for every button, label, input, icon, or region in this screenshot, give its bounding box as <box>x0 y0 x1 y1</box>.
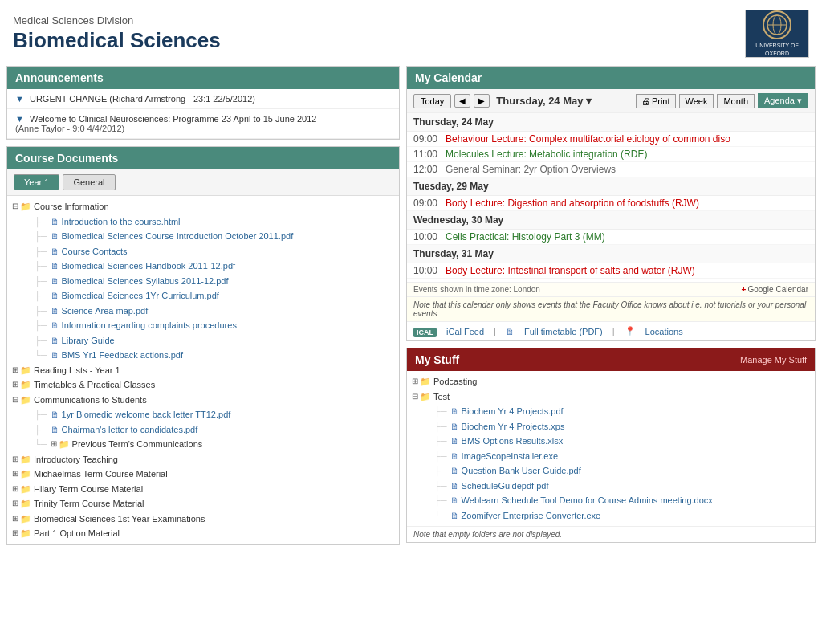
folder-icon: 📁 <box>20 393 31 407</box>
expand-icon: ⊞ <box>12 467 18 479</box>
doc-icon: 🗎 <box>51 319 59 332</box>
list-item[interactable]: ├─ 🗎 Information regarding complaints pr… <box>12 318 394 333</box>
today-button[interactable]: Today <box>413 94 451 108</box>
doc-icon: 🗎 <box>51 423 59 437</box>
next-button[interactable]: ▶ <box>474 94 490 108</box>
tree-node-label: Reading Lists - Year 1 <box>34 364 120 377</box>
tree-node-label: Science Area map.pdf <box>62 304 149 318</box>
list-item[interactable]: ⊟ 📁 Communications to Students <box>12 393 394 408</box>
list-item[interactable]: ▼ Welcome to Clinical Neurosciences: Pro… <box>7 109 399 139</box>
prev-button[interactable]: ◀ <box>454 94 470 108</box>
tree-node-label: Biomedical Sciences 1st Year Examination… <box>34 512 205 526</box>
list-item[interactable]: ├─ 🗎 Biochem Yr 4 Projects.xps <box>412 419 810 434</box>
list-item[interactable]: └─ 🗎 Zoomifyer Enterprise Converter.exe <box>412 508 810 524</box>
tree-node-label: Question Bank User Guide.pdf <box>462 464 581 478</box>
list-item[interactable]: ⊟ 📁 Test <box>412 389 810 405</box>
list-item[interactable]: ├─ 🗎 Question Bank User Guide.pdf <box>412 463 810 479</box>
folder-icon: 📁 <box>20 364 31 377</box>
expand-icon: ⊞ <box>12 512 18 524</box>
list-item[interactable]: ⊞ 📁 Michaelmas Term Course Material <box>12 467 394 482</box>
folder-icon: 📁 <box>59 438 70 451</box>
header-logo-area: UNIVERSITY OF OXFORD <box>745 10 809 58</box>
list-item[interactable]: ├─ 🗎 Chairman's letter to candidates.pdf <box>12 422 394 438</box>
locations-link[interactable]: Locations <box>645 327 683 336</box>
calendar-event[interactable]: 10:00 Body Lecture: Intestinal transport… <box>407 263 815 279</box>
tree-node-label: Introductory Teaching <box>34 453 118 467</box>
expand-icon: ⊟ <box>12 393 18 406</box>
calendar-event[interactable]: 12:00 General Seminar: 2yr Option Overvi… <box>407 162 815 177</box>
list-item[interactable]: ⊞ 📁 Hilary Term Course Material <box>12 482 394 497</box>
list-item[interactable]: ├─ 🗎 ImageScopeInstaller.exe <box>412 449 810 464</box>
tree-node-label: Timetables & Practical Classes <box>34 378 155 392</box>
event-title: Body Lecture: Intestinal transport of sa… <box>446 265 695 276</box>
event-time: 10:00 <box>413 265 446 276</box>
day-header: Thursday, 31 May <box>407 245 815 263</box>
list-item[interactable]: └─ ⊞ 📁 Previous Term's Communications <box>12 437 394 452</box>
list-item[interactable]: ├─ 🗎 Course Contacts <box>12 244 394 259</box>
list-item[interactable]: ⊞ 📁 Introductory Teaching <box>12 452 394 467</box>
course-tree: ⊟ 📁 Course Information ├─ 🗎 Introduction… <box>7 196 399 544</box>
list-item[interactable]: ⊞ 📁 Podcasting <box>412 374 810 389</box>
event-time: 09:00 <box>413 198 446 209</box>
doc-icon: 🗎 <box>51 215 59 229</box>
branch-line: ├─ <box>35 334 47 348</box>
list-item[interactable]: ├─ 🗎 Library Guide <box>12 333 394 348</box>
calendar-event[interactable]: 10:00 Cells Practical: Histology Part 3 … <box>407 230 815 245</box>
list-item[interactable]: ⊞ 📁 Timetables & Practical Classes <box>12 377 394 393</box>
folder-icon: 📁 <box>20 512 31 526</box>
branch-line: └─ <box>35 438 47 451</box>
doc-icon: 🗎 <box>450 434 459 448</box>
calendar-event[interactable]: 09:00 Behaviour Lecture: Complex multifa… <box>407 132 815 147</box>
event-time: 10:00 <box>413 231 446 243</box>
event-time: 09:00 <box>413 133 446 145</box>
month-view-button[interactable]: Month <box>717 94 755 108</box>
tab-year1[interactable]: Year 1 <box>14 174 59 190</box>
folder-icon: 📁 <box>20 200 31 214</box>
list-item[interactable]: ├─ 🗎 Biomedical Sciences Handbook 2011-1… <box>12 259 394 274</box>
tree-node-label: Biochem Yr 4 Projects.pdf <box>462 405 564 418</box>
doc-icon: 🗎 <box>450 479 459 493</box>
list-item[interactable]: ⊟ 📁 Course Information <box>12 199 394 214</box>
list-item[interactable]: ⊞ 📁 Reading Lists - Year 1 <box>12 363 394 378</box>
list-item[interactable]: ⊞ 📁 Trinity Term Course Material <box>12 496 394 512</box>
event-title: General Seminar: 2yr Option Overviews <box>446 164 616 175</box>
list-item[interactable]: ├─ 🗎 Biomedical Sciences Course Introduc… <box>12 229 394 244</box>
calendar-event[interactable]: 09:00 Body Lecture: Digestion and absorp… <box>407 196 815 211</box>
tree-node-label: Trinity Term Course Material <box>34 497 144 511</box>
main-content: Announcements ▼ URGENT CHANGE (Richard A… <box>0 66 822 552</box>
ical-feed-link[interactable]: iCal Feed <box>446 327 484 336</box>
doc-icon: 🗎 <box>51 348 59 362</box>
list-item[interactable]: ├─ 🗎 Science Area map.pdf <box>12 304 394 319</box>
list-item[interactable]: ├─ 🗎 Biomedical Sciences Syllabus 2011-1… <box>12 274 394 289</box>
list-item[interactable]: ⊞ 📁 Part 1 Option Material <box>12 526 394 541</box>
event-title: Body Lecture: Digestion and absorption o… <box>446 198 699 209</box>
list-item[interactable]: ⊞ 📁 Biomedical Sciences 1st Year Examina… <box>12 512 394 527</box>
list-item[interactable]: ├─ 🗎 Weblearn Schedule Tool Demo for Cou… <box>412 493 810 508</box>
left-column: Announcements ▼ URGENT CHANGE (Richard A… <box>6 66 400 545</box>
logo-text: UNIVERSITY OF OXFORD <box>755 42 799 56</box>
week-view-button[interactable]: Week <box>679 94 714 108</box>
agenda-view-button[interactable]: Agenda ▾ <box>758 93 808 108</box>
branch-line: ├─ <box>434 494 447 507</box>
manage-mystuff-link[interactable]: Manage My Stuff <box>740 355 807 365</box>
list-item[interactable]: ├─ 🗎 1yr Biomedic welcome back letter TT… <box>12 407 394 422</box>
oxford-logo: UNIVERSITY OF OXFORD <box>745 10 809 58</box>
list-item[interactable]: ├─ 🗎 Introduction to the course.html <box>12 214 394 230</box>
full-timetable-link[interactable]: Full timetable (PDF) <box>524 327 603 336</box>
list-item[interactable]: ├─ 🗎 Biomedical Sciences 1Yr Curriculum.… <box>12 288 394 304</box>
print-button[interactable]: 🖨 Print <box>636 94 676 108</box>
event-title: Behaviour Lecture: Complex multifactoria… <box>446 133 730 145</box>
list-item[interactable]: ├─ 🗎 BMS Options Results.xlsx <box>412 434 810 449</box>
branch-line: ├─ <box>434 434 447 448</box>
doc-icon: 🗎 <box>51 408 59 422</box>
google-calendar-link[interactable]: + Google Calendar <box>742 285 808 294</box>
tab-general[interactable]: General <box>63 174 115 190</box>
list-item[interactable]: ├─ 🗎 ScheduleGuidepdf.pdf <box>412 479 810 494</box>
list-item[interactable]: ├─ 🗎 Biochem Yr 4 Projects.pdf <box>412 404 810 419</box>
list-item[interactable]: ▼ URGENT CHANGE (Richard Armstrong - 23:… <box>7 89 399 109</box>
list-item[interactable]: └─ 🗎 BMS Yr1 Feedback actions.pdf <box>12 348 394 363</box>
tree-node-label: ImageScopeInstaller.exe <box>462 450 558 463</box>
right-column: My Calendar Today ◀ ▶ Thursday, 24 May ▾… <box>406 66 816 545</box>
mystuff-tree: ⊞ 📁 Podcasting ⊟ 📁 Test ├─ 🗎 Biochem Yr … <box>407 371 815 526</box>
calendar-event[interactable]: 11:00 Molecules Lecture: Metabolic integ… <box>407 147 815 162</box>
